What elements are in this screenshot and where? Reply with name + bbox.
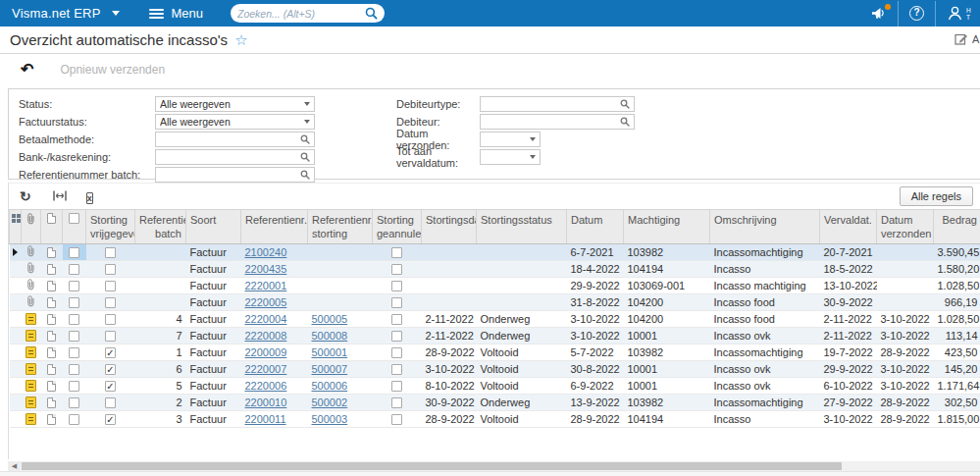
ref_storting-link[interactable]: 500008 bbox=[312, 330, 348, 342]
row-select-checkbox[interactable] bbox=[69, 414, 79, 425]
paperclip-icon[interactable] bbox=[26, 279, 35, 291]
note-header[interactable] bbox=[41, 210, 63, 244]
ref_storting-link[interactable]: 500006 bbox=[312, 380, 348, 392]
vrijgegeven-checkbox[interactable] bbox=[105, 397, 116, 408]
app-title[interactable]: Visma.net ERP bbox=[12, 6, 101, 21]
table-row[interactable]: Factuur222000531-8-2022104200Incasso foo… bbox=[10, 294, 980, 311]
status-select[interactable]: Alle weergeven bbox=[155, 96, 315, 112]
header-soort[interactable]: Soort bbox=[186, 210, 241, 244]
indicator-header[interactable] bbox=[10, 210, 22, 244]
note-icon[interactable] bbox=[47, 314, 56, 325]
geannuleerd-checkbox[interactable] bbox=[391, 364, 402, 375]
lookup-magnifier-icon[interactable] bbox=[300, 152, 310, 162]
vrijgegeven-checkbox[interactable]: ✓ bbox=[105, 347, 116, 358]
geannuleerd-checkbox[interactable] bbox=[391, 331, 402, 342]
table-row[interactable]: ✓3Factuur220001150000328-9-2022Voltooid2… bbox=[10, 411, 980, 428]
header-machtiging[interactable]: Machtiging bbox=[624, 210, 710, 244]
scroll-left-arrow-icon[interactable]: ◀ bbox=[8, 461, 21, 471]
search-input[interactable] bbox=[237, 8, 365, 20]
row-select-checkbox[interactable] bbox=[69, 264, 79, 275]
datum-verzonden-select[interactable] bbox=[480, 132, 541, 147]
lookup-magnifier-icon[interactable] bbox=[300, 170, 310, 180]
table-row[interactable]: ✓1Factuur220000950000128-9-2022Voltooid5… bbox=[10, 344, 980, 361]
undo-icon[interactable]: ↶ bbox=[21, 62, 33, 78]
app-caret-down-icon[interactable] bbox=[112, 11, 120, 16]
table-row[interactable]: 7Factuur22200085000082-11-2022Onderweg3-… bbox=[10, 328, 980, 344]
paperclip-icon[interactable] bbox=[26, 262, 35, 274]
note-icon[interactable] bbox=[47, 281, 56, 291]
row-select-checkbox[interactable] bbox=[69, 314, 79, 325]
row-select-checkbox[interactable] bbox=[69, 381, 79, 392]
selcb-header[interactable] bbox=[63, 210, 86, 244]
header-stortingsdatum[interactable]: Stortingsdatum bbox=[422, 210, 477, 244]
paperclip-icon[interactable] bbox=[26, 213, 35, 225]
lookup-magnifier-icon[interactable] bbox=[300, 134, 310, 144]
all-rows-button[interactable]: Alle regels bbox=[900, 186, 973, 206]
referentienr-link[interactable]: 2200010 bbox=[245, 397, 287, 408]
header-storting-geannuleerd[interactable]: Storting geannuleerd bbox=[373, 210, 422, 244]
note-icon[interactable] bbox=[47, 364, 56, 375]
caret-down-icon[interactable] bbox=[304, 102, 310, 106]
customize-screen-button[interactable]: A bbox=[954, 32, 979, 45]
geannuleerd-checkbox[interactable] bbox=[391, 381, 402, 392]
header-referentienr[interactable]: Referentienr. bbox=[241, 210, 308, 244]
paperclip-icon[interactable] bbox=[26, 245, 35, 257]
row-select-checkbox[interactable] bbox=[69, 364, 79, 375]
attached-file-icon[interactable] bbox=[26, 363, 36, 375]
referentienr-link[interactable]: 2200011 bbox=[245, 413, 286, 425]
header-referentienummer-batch[interactable]: Referentienummer batch bbox=[135, 210, 186, 244]
row-select-checkbox[interactable] bbox=[69, 347, 79, 358]
referentienummer-batch-lookup[interactable] bbox=[155, 167, 315, 183]
geannuleerd-checkbox[interactable] bbox=[391, 414, 402, 425]
table-row[interactable]: 4Factuur22200045000052-11-2022Onderweg3-… bbox=[10, 311, 980, 328]
global-search[interactable] bbox=[231, 4, 385, 23]
attached-file-icon[interactable] bbox=[26, 313, 36, 325]
paperclip-icon[interactable] bbox=[26, 295, 35, 307]
attached-file-icon[interactable] bbox=[26, 397, 36, 408]
vrijgegeven-checkbox[interactable]: ✓ bbox=[105, 381, 116, 392]
vrijgegeven-checkbox[interactable]: ✓ bbox=[105, 364, 116, 375]
scrollbar-track[interactable] bbox=[21, 461, 980, 471]
referentienr-link[interactable]: 2100240 bbox=[245, 246, 287, 258]
note-icon[interactable] bbox=[47, 264, 56, 275]
header-bedrag[interactable]: Bedrag bbox=[934, 210, 980, 244]
bank-kasrekening-lookup[interactable] bbox=[155, 149, 315, 165]
search-icon[interactable] bbox=[365, 7, 378, 20]
header-datum[interactable]: Datum bbox=[567, 210, 624, 244]
fit-width-icon[interactable] bbox=[53, 189, 67, 203]
user-menu[interactable]: HT bbox=[936, 0, 980, 26]
table-row[interactable]: ✓5Factuur22200065000068-10-2022Voltooid6… bbox=[10, 378, 980, 395]
geannuleerd-checkbox[interactable] bbox=[391, 347, 402, 358]
header-referentienr-storting[interactable]: Referentienr. storting bbox=[308, 210, 373, 244]
vrijgegeven-checkbox[interactable] bbox=[105, 297, 116, 308]
table-row[interactable]: Factuur220043518-4-2022104194Incasso18-5… bbox=[10, 261, 980, 278]
column-config-icon[interactable] bbox=[11, 213, 22, 224]
attached-file-icon[interactable] bbox=[26, 330, 36, 342]
note-icon[interactable] bbox=[47, 331, 56, 342]
geannuleerd-checkbox[interactable] bbox=[391, 281, 402, 291]
header-vervaldat[interactable]: Vervaldat. bbox=[820, 210, 877, 244]
ref_storting-link[interactable]: 500007 bbox=[312, 363, 348, 375]
scrollbar-thumb[interactable] bbox=[22, 462, 842, 470]
ref_storting-link[interactable]: 500003 bbox=[312, 413, 348, 425]
row-select-checkbox[interactable] bbox=[69, 397, 79, 408]
note-icon[interactable] bbox=[47, 397, 56, 408]
vrijgegeven-checkbox[interactable] bbox=[105, 331, 116, 342]
notifications-button[interactable] bbox=[859, 0, 898, 26]
geannuleerd-checkbox[interactable] bbox=[391, 397, 402, 408]
caret-down-icon[interactable] bbox=[530, 155, 536, 159]
table-row[interactable]: Factuur21002406-7-2021103982Incassomacht… bbox=[10, 244, 980, 261]
horizontal-scrollbar[interactable]: ◀ bbox=[8, 461, 980, 471]
lookup-magnifier-icon[interactable] bbox=[620, 117, 630, 127]
table-row[interactable]: 2Factuur220001050000230-9-2022Onderweg13… bbox=[10, 395, 980, 411]
debiteur-lookup[interactable] bbox=[480, 114, 635, 130]
note-icon[interactable] bbox=[47, 297, 56, 308]
row-select-checkbox[interactable] bbox=[69, 331, 79, 342]
referentienr-link[interactable]: 2220007 bbox=[245, 363, 287, 375]
clip-header[interactable] bbox=[22, 210, 41, 244]
row-select-checkbox[interactable] bbox=[69, 247, 79, 258]
referentienr-link[interactable]: 2220001 bbox=[245, 280, 287, 291]
factuurstatus-select[interactable]: Alle weergeven bbox=[155, 114, 315, 130]
attached-file-icon[interactable] bbox=[26, 413, 36, 425]
note-icon[interactable] bbox=[47, 247, 56, 258]
